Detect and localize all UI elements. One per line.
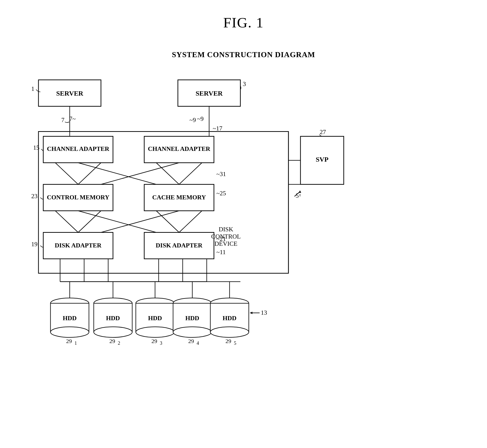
svg-text:~9: ~9 bbox=[189, 117, 196, 123]
svg-text:~31: ~31 bbox=[216, 171, 226, 177]
svg-text:29: 29 bbox=[188, 338, 194, 344]
svg-text:29: 29 bbox=[226, 338, 231, 344]
svg-text:HDD: HDD bbox=[185, 315, 199, 322]
svg-text:23: 23 bbox=[31, 193, 38, 200]
svg-text:CONTROL: CONTROL bbox=[211, 233, 241, 240]
subtitle: SYSTEM CONSTRUCTION DIAGRAM bbox=[0, 50, 487, 59]
svg-text:DISK ADAPTER: DISK ADAPTER bbox=[156, 242, 203, 249]
svg-text:SERVER: SERVER bbox=[196, 90, 223, 97]
svg-point-82 bbox=[136, 327, 174, 337]
svg-text:SVP: SVP bbox=[316, 156, 329, 163]
svg-text:CHANNEL ADAPTER: CHANNEL ADAPTER bbox=[47, 145, 109, 152]
svg-text:CHANNEL ADAPTER: CHANNEL ADAPTER bbox=[148, 145, 210, 152]
svg-text:13: 13 bbox=[261, 309, 267, 316]
svg-text:29: 29 bbox=[66, 338, 72, 344]
svg-text:HDD: HDD bbox=[223, 315, 236, 322]
svg-text:HDD: HDD bbox=[63, 315, 77, 322]
svg-text:3: 3 bbox=[160, 340, 162, 346]
svg-point-70 bbox=[50, 327, 89, 337]
svg-marker-34 bbox=[299, 191, 301, 193]
svg-point-94 bbox=[210, 327, 249, 337]
svg-marker-99 bbox=[250, 312, 252, 314]
svg-text:~9: ~9 bbox=[197, 115, 203, 122]
svg-text:~25: ~25 bbox=[216, 190, 226, 197]
svg-text:1: 1 bbox=[31, 85, 34, 92]
svg-text:DISK ADAPTER: DISK ADAPTER bbox=[55, 242, 102, 249]
svg-text:1: 1 bbox=[74, 340, 77, 346]
svg-text:27: 27 bbox=[320, 128, 326, 136]
page-title: FIG. 1 bbox=[0, 0, 487, 31]
svg-text:4: 4 bbox=[197, 340, 199, 346]
svg-text:3: 3 bbox=[243, 80, 246, 88]
svg-text:19: 19 bbox=[31, 241, 38, 248]
svg-text:DEVICE: DEVICE bbox=[214, 240, 237, 247]
svg-text:SERVER: SERVER bbox=[56, 90, 83, 97]
svg-text:29: 29 bbox=[151, 338, 157, 344]
svg-text:29: 29 bbox=[109, 338, 115, 344]
svg-point-88 bbox=[173, 327, 211, 337]
svg-text:2: 2 bbox=[118, 340, 120, 346]
svg-text:HDD: HDD bbox=[148, 315, 162, 322]
svg-text:CACHE MEMORY: CACHE MEMORY bbox=[152, 194, 206, 201]
svg-text:5: 5 bbox=[234, 340, 236, 346]
svg-text:7: 7 bbox=[61, 117, 65, 123]
svg-text:DISK: DISK bbox=[219, 226, 233, 233]
svg-text:15: 15 bbox=[33, 144, 40, 151]
svg-text:~11: ~11 bbox=[216, 249, 226, 256]
svg-text:HDD: HDD bbox=[106, 315, 120, 322]
diagram: SERVER 1 SERVER 3 ~17 CHANNEL ADAPTER 15… bbox=[24, 72, 463, 434]
svg-text:~17: ~17 bbox=[213, 125, 222, 132]
svg-point-76 bbox=[94, 327, 132, 337]
svg-text:7~: 7~ bbox=[69, 115, 76, 122]
svg-text:CONTROL MEMORY: CONTROL MEMORY bbox=[47, 194, 109, 201]
